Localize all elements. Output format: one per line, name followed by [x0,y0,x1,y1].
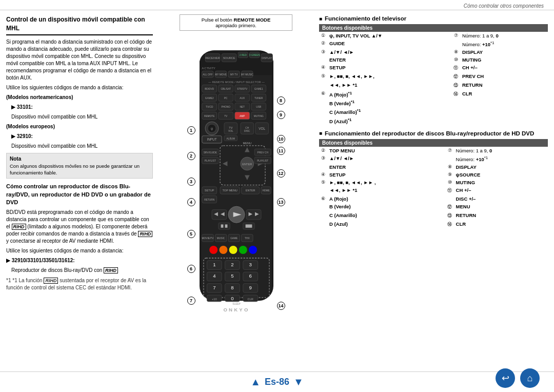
rihd-logo1: RIHD [12,224,26,230]
table-row: ③ ▲/▼/ ◄/► Número: +10*1 [319,154,548,163]
table1-label: Botones disponibles [319,24,548,32]
callout-1: 1 [187,126,195,134]
footer-nav: ▲ Es-86 ▼ [250,376,304,388]
page-number: Es-86 [265,377,289,387]
svg-text:TUNER: TUNER [254,97,263,100]
svg-text:TV: TV [224,115,228,117]
svg-rect-107 [245,224,252,227]
table-row: B (Verde) ⑫ MENU [319,203,548,211]
svg-text:6: 6 [249,273,251,279]
table-row: ⑤ ►, ■■, ■, ◄◄, ►►, ⑫ PREV CH [319,72,548,81]
svg-text:MOVIE/TV: MOVIE/TV [202,237,214,240]
svg-text:DISPLAY: DISPLAY [262,57,272,60]
right-column: Funcionamiento del televisor Botones dis… [313,10,554,371]
desc-north: Dispositivo móvil compatible con MHL [11,113,153,121]
bluray-buttons-table: ② TOP MENU ⑦ Número: 1 a 9, 0 ③ ▲/▼/ ◄/►… [319,147,548,229]
svg-point-117 [219,246,227,254]
table-row: ⑤ ►, ■■, ■, ◄◄, ►► , ⑩ MUTING [319,179,548,186]
svg-point-120 [249,246,257,254]
rihd-logo4: RIHD [44,278,58,284]
svg-text:8: 8 [231,285,233,290]
desc-eu: Dispositivo móvil compatible con MHL [11,143,153,150]
remote-svg: RECEIVER SOURCE 2 RED 3 GREEN DISPLAY A … [195,35,278,317]
callout-11: 11 [277,147,285,155]
svg-text:REMOTE: REMOTE [204,115,214,117]
svg-text:PHONO: PHONO [221,106,230,108]
svg-text:PLAYLIST: PLAYLIST [257,160,268,162]
footnote: *1 *1 La función RIHD sustentada por el … [6,277,153,291]
table-row: ① ψ, INPUT, TV VOL ▲/▼ ⑦ Número: 1 a 9, … [319,32,548,40]
svg-text:SETUP: SETUP [204,189,214,192]
svg-text:CBL/SAT: CBL/SAT [221,88,231,90]
svg-text:ψ: ψ [210,127,213,131]
callout-14: 14 [277,302,285,310]
table-row: ⑥ A (Rojo) DISC +/– [319,195,548,203]
svg-text:3: 3 [249,262,251,267]
svg-text:A CTIVITY: A CTIVITY [202,67,215,70]
desc2: Reproductor de discos Blu-ray/DVD con RI… [11,267,153,274]
svg-text:RECEIVER: RECEIVER [205,56,220,60]
note-text: Con algunos dispositivos móviles no se p… [10,163,140,175]
table-row: ④ SETUP ⑨ ψSOURCE [319,171,548,179]
right-callouts: 8 9 10 11 12 13 14 [277,35,285,367]
left-para4: Utilice los siguientes códigos de mando … [6,247,153,254]
tv-section-title: Funcionamiento del televisor [319,15,548,22]
svg-point-119 [239,246,247,254]
page-footer: ▲ Es-86 ▼ ↩ ⌂ [0,371,554,392]
svg-text:►►: ►► [247,210,260,218]
svg-text:USB: USB [256,106,261,108]
callout-9: 9 [277,111,285,119]
svg-text:PREV CH: PREV CH [257,151,268,154]
note-label: Nota [10,156,21,162]
remote-note-text2: apropiado primero. [215,23,256,28]
table-row: ENTER ⑩ MUTING [319,56,548,64]
back-button[interactable]: ↩ [496,368,515,388]
table-row: B (Verde)*1 [319,99,548,107]
svg-text:7: 7 [213,285,215,290]
table-row: ② TOP MENU ⑦ Número: 1 a 9, 0 [319,147,548,154]
tv-buttons-table: ① ψ, INPUT, TV VOL ▲/▼ ⑦ Número: 1 a 9, … [319,32,548,125]
svg-rect-104 [221,224,223,227]
svg-text:HOME: HOME [262,189,269,192]
svg-text:1: 1 [213,262,215,267]
callout-10: 10 [277,135,285,143]
svg-text:VOL: VOL [259,127,265,130]
svg-text:+10: +10 [212,298,217,301]
callout-7: 7 [187,297,195,305]
svg-text:4: 4 [213,273,216,279]
svg-text:MUTING: MUTING [253,115,263,117]
left-callouts: 1 2 3 4 5 6 7 [187,35,195,367]
svg-text:AUX: AUX [240,97,245,100]
code2: ▶ 32910/33101/33501/31612: [6,257,153,264]
left-para3: BD/DVD está preprogramado con el código … [6,209,153,245]
svg-text:STB/DTV: STB/DTV [237,88,248,90]
svg-text:MUSIC: MUSIC [216,237,225,240]
svg-text:9: 9 [249,285,251,290]
svg-text:GAME: GAME [230,237,238,240]
svg-text:◄◄: ◄◄ [212,210,225,218]
svg-text:— REMOTE MODE / INPUT SELECTOR: — REMOTE MODE / INPUT SELECTOR — [208,81,265,84]
svg-text:ALBUM: ALBUM [226,138,235,140]
callout-2: 2 [187,152,195,160]
svg-rect-103 [218,223,229,229]
home-icon: ⌂ [527,373,533,384]
svg-text:2 RED: 2 RED [239,54,247,56]
svg-text:MY TV: MY TV [230,73,238,76]
svg-text:0: 0 [231,296,233,301]
main-content: Control de un dispositivo móvil compatib… [0,10,554,371]
svg-text:TV: TV [229,126,232,129]
svg-text:ALL OFF: ALL OFF [203,73,212,76]
page-header: Cómo controlar otros componentes [0,0,554,10]
svg-text:MENU: MENU [243,142,251,145]
callout-13: 13 [277,198,285,206]
code-eu: ▶ 32910: [11,133,153,140]
svg-text:PC: PC [224,97,227,100]
svg-rect-105 [225,224,227,227]
table-row: C (Amarillo)*1 [319,107,548,116]
svg-text:BD/DVD: BD/DVD [205,88,214,90]
svg-text:AMP: AMP [239,115,244,117]
home-button[interactable]: ⌂ [520,368,540,388]
back-icon: ↩ [502,373,509,384]
center-column: Pulse el botón REMOTE MODE apropiado pri… [159,10,313,371]
svg-text:MY MUSIC: MY MUSIC [241,73,253,76]
